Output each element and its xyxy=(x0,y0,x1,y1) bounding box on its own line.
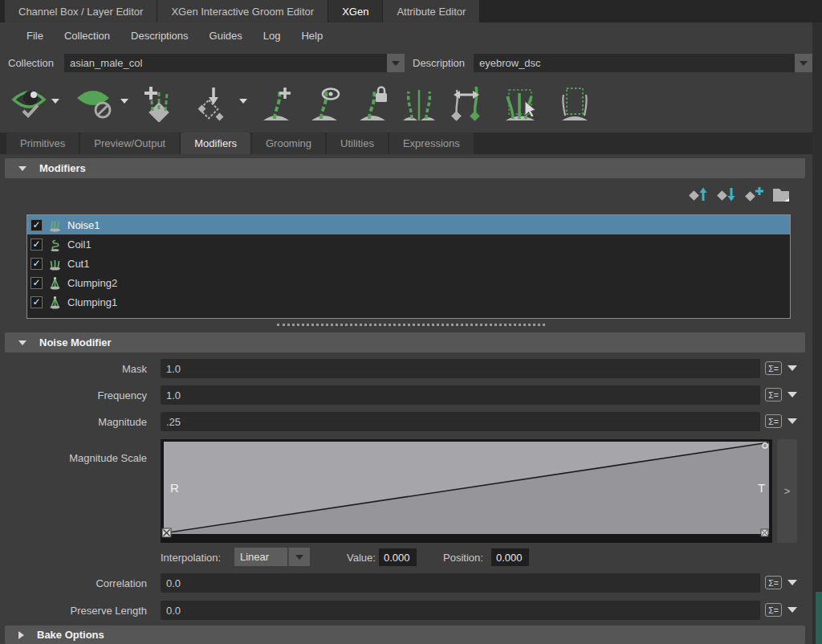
move-modifier-down-icon[interactable] xyxy=(715,185,738,206)
tab-xgen-interactive-groom-editor[interactable]: XGen Interactive Groom Editor xyxy=(157,0,328,22)
modifier-list: ✓ Noise1 ✓ Coil1 ✓ xyxy=(26,214,791,319)
collection-dropdown-arrow[interactable] xyxy=(387,54,405,72)
chevron-down-icon xyxy=(295,555,303,560)
noise-modifier-title: Noise Modifier xyxy=(39,336,112,348)
modifier-row-coil1[interactable]: ✓ Coil1 xyxy=(27,234,790,254)
magnitude-scale-ramp[interactable]: R T xyxy=(161,439,772,543)
menu-log[interactable]: Log xyxy=(253,30,291,42)
collapse-triangle-icon xyxy=(18,166,26,171)
add-guide-icon[interactable] xyxy=(258,84,294,125)
description-value: eyebrow_dsc xyxy=(479,57,541,69)
modifier-checkbox[interactable]: ✓ xyxy=(31,238,43,251)
menu-file[interactable]: File xyxy=(16,30,54,42)
field-options-arrow[interactable] xyxy=(787,418,797,424)
convert-region-icon[interactable] xyxy=(557,84,592,125)
modifiers-section-header[interactable]: Modifiers xyxy=(5,158,805,178)
tab-primitives[interactable]: Primitives xyxy=(6,132,79,154)
ramp-controls: Interpolation: Linear Value: 0.000 Posit… xyxy=(161,548,722,567)
modifier-row-clumping2[interactable]: ✓ Clumping2 xyxy=(27,273,790,292)
modifier-row-noise1[interactable]: ✓ Noise1 xyxy=(27,215,790,234)
tab-attribute-editor[interactable]: Attribute Editor xyxy=(383,0,480,22)
frequency-field[interactable]: 1.0 xyxy=(161,385,760,405)
expression-editor-icon[interactable]: Σ= xyxy=(765,576,782,589)
menu-bar: File Collection Descriptions Guides Log … xyxy=(0,22,822,49)
chevron-down-icon xyxy=(239,99,247,104)
description-dropdown[interactable]: eyebrow_dsc xyxy=(474,54,795,72)
modifier-checkbox[interactable]: ✓ xyxy=(31,296,43,308)
field-options-arrow[interactable] xyxy=(787,580,797,585)
toggle-preview-icon[interactable] xyxy=(11,84,47,125)
modifier-checkbox[interactable]: ✓ xyxy=(31,258,43,270)
menu-help[interactable]: Help xyxy=(291,30,333,42)
add-modifier-icon[interactable] xyxy=(743,185,766,206)
modifier-row-cut1[interactable]: ✓ Cut1 xyxy=(27,254,790,273)
modifier-label: Cut1 xyxy=(67,258,89,270)
clear-preview-icon[interactable] xyxy=(74,84,116,125)
interpolation-dropdown[interactable]: Linear xyxy=(234,548,287,566)
tab-xgen[interactable]: XGen xyxy=(328,0,383,22)
bake-options-header[interactable]: Bake Options xyxy=(5,626,805,644)
modifier-tool-icons xyxy=(687,185,791,206)
tab-modifiers[interactable]: Modifiers xyxy=(181,132,250,154)
magnitude-field[interactable]: .25 xyxy=(161,412,760,431)
panel-splitter-handle[interactable] xyxy=(277,324,545,326)
value-label: Value: xyxy=(347,552,376,564)
lock-guide-length-icon[interactable] xyxy=(355,84,390,125)
tab-utilities[interactable]: Utilities xyxy=(327,132,388,154)
mask-field[interactable]: 1.0 xyxy=(161,359,760,378)
correlation-field[interactable]: 0.0 xyxy=(161,573,760,593)
toggle-guide-visibility-icon[interactable] xyxy=(307,84,342,125)
modifier-checkbox[interactable]: ✓ xyxy=(31,277,43,289)
ramp-expand-button[interactable]: > xyxy=(777,439,797,543)
xgen-panel: Channel Box / Layer Editor XGen Interact… xyxy=(0,0,822,644)
expression-editor-icon[interactable]: Σ= xyxy=(765,603,782,617)
correlation-row: Correlation 0.0 Σ= xyxy=(0,573,811,593)
menu-collection[interactable]: Collection xyxy=(54,30,120,42)
ramp-position-field[interactable]: 0.000 xyxy=(491,548,529,566)
preserve-length-field[interactable]: 0.0 xyxy=(161,601,760,620)
tab-grooming[interactable]: Grooming xyxy=(252,132,325,154)
guide-interpolation-icon[interactable] xyxy=(450,84,485,125)
noise-modifier-header[interactable]: Noise Modifier xyxy=(5,332,805,353)
chevron-down-icon xyxy=(800,61,808,66)
field-options-arrow[interactable] xyxy=(787,365,797,371)
frequency-label: Frequency xyxy=(0,389,147,401)
chevron-down-icon xyxy=(787,392,797,397)
coil-modifier-icon xyxy=(48,238,62,251)
field-options-arrow[interactable] xyxy=(787,392,797,397)
description-dropdown-arrow[interactable] xyxy=(795,54,812,72)
tab-preview-output[interactable]: Preview/Output xyxy=(80,132,179,154)
toggle-preview-options-arrow[interactable] xyxy=(51,99,59,104)
sculpt-guides-icon[interactable] xyxy=(503,84,538,125)
clear-preview-options-arrow[interactable] xyxy=(120,99,128,104)
place-examples-icon[interactable] xyxy=(194,84,230,125)
modifier-folder-icon[interactable] xyxy=(771,185,791,206)
editor-tabstrip: Channel Box / Layer Editor XGen Interact… xyxy=(0,0,822,22)
expression-editor-icon[interactable]: Σ= xyxy=(765,414,782,428)
mirror-guides-icon[interactable] xyxy=(401,84,437,125)
interpolation-dropdown-arrow[interactable] xyxy=(288,548,310,566)
modifiers-section-title: Modifiers xyxy=(39,162,86,174)
place-examples-options-arrow[interactable] xyxy=(239,99,247,104)
chevron-down-icon xyxy=(787,365,797,371)
menu-descriptions[interactable]: Descriptions xyxy=(120,30,199,42)
chevron-down-icon xyxy=(787,580,797,585)
update-preview-icon[interactable] xyxy=(141,84,177,125)
tab-channel-box-layer-editor[interactable]: Channel Box / Layer Editor xyxy=(5,0,157,22)
modifier-checkbox[interactable]: ✓ xyxy=(31,219,43,231)
field-options-arrow[interactable] xyxy=(787,607,797,613)
move-modifier-up-icon[interactable] xyxy=(687,185,710,206)
ramp-value-field[interactable]: 0.000 xyxy=(379,548,417,566)
menu-guides[interactable]: Guides xyxy=(199,30,253,42)
modifier-row-clumping1[interactable]: ✓ Clumping1 xyxy=(27,292,790,312)
expression-editor-icon[interactable]: Σ= xyxy=(765,388,782,401)
position-label: Position: xyxy=(443,552,483,564)
expression-editor-icon[interactable]: Σ= xyxy=(765,361,782,375)
ramp-right-marker: T xyxy=(758,481,765,495)
collection-dropdown[interactable]: asian_male_col xyxy=(64,54,387,72)
tab-expressions[interactable]: Expressions xyxy=(389,132,474,154)
collapse-triangle-right-icon xyxy=(18,631,24,639)
collection-label: Collection xyxy=(8,57,54,69)
clumping-modifier-icon xyxy=(48,276,62,290)
ramp-left-marker: R xyxy=(170,481,179,495)
